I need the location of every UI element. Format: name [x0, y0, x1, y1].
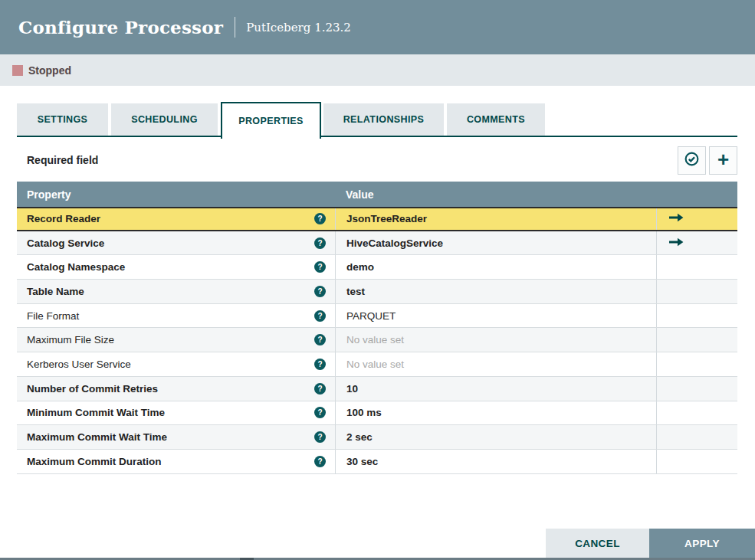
tab-relationships[interactable]: RELATIONSHIPS: [323, 103, 444, 136]
column-header-property: Property: [17, 188, 335, 201]
property-name: File Format: [27, 310, 314, 322]
required-field-label: Required field: [27, 154, 98, 166]
property-value: 100 ms: [346, 407, 382, 418]
property-name: Maximum File Size: [27, 334, 314, 345]
property-value: No value set: [346, 359, 404, 370]
table-row[interactable]: File Format ? PARQUET: [17, 304, 737, 329]
verify-properties-button[interactable]: [678, 146, 706, 175]
check-circle-icon: [684, 151, 700, 170]
table-row[interactable]: Catalog Service ? HiveCatalogService: [17, 231, 737, 256]
help-icon[interactable]: ?: [314, 359, 326, 370]
processor-type-version: PutIceberg 1.23.2: [246, 21, 351, 34]
stopped-status-icon: [12, 65, 23, 76]
property-name: Minimum Commit Wait Time: [27, 407, 314, 418]
help-icon[interactable]: ?: [314, 286, 326, 297]
column-header-value: Value: [335, 188, 656, 201]
property-value: test: [346, 286, 365, 297]
apply-button-label: APPLY: [684, 538, 720, 549]
dialog-title: Configure Processor: [18, 17, 223, 38]
property-name: Number of Commit Retries: [27, 383, 314, 395]
tab-underline: [17, 136, 737, 137]
tab-comments[interactable]: COMMENTS: [447, 103, 545, 136]
tab-relationships-label: RELATIONSHIPS: [343, 114, 425, 125]
tab-properties[interactable]: PROPERTIES: [221, 102, 321, 139]
property-value: JsonTreeReader: [346, 213, 427, 224]
property-value: 2 sec: [346, 431, 373, 443]
title-divider: [235, 17, 235, 38]
table-row[interactable]: Table Name ? test: [17, 280, 737, 304]
go-to-service-icon[interactable]: [668, 237, 684, 249]
table-header-row: Property Value: [17, 182, 737, 207]
apply-button[interactable]: APPLY: [649, 529, 755, 558]
property-name: Maximum Commit Duration: [27, 456, 314, 467]
table-row[interactable]: Catalog Namespace ? demo: [17, 255, 737, 280]
property-value: No value set: [346, 334, 404, 345]
property-value: 30 sec: [346, 456, 378, 467]
table-row[interactable]: Kerberos User Service ? No value set: [17, 352, 737, 377]
property-name: Catalog Namespace: [27, 261, 314, 273]
property-name: Record Reader: [27, 213, 314, 224]
help-icon[interactable]: ?: [314, 310, 326, 322]
property-name: Catalog Service: [27, 237, 314, 249]
help-icon[interactable]: ?: [314, 334, 326, 345]
property-value: HiveCatalogService: [346, 237, 443, 249]
tab-properties-label: PROPERTIES: [238, 116, 304, 126]
table-row[interactable]: Maximum File Size ? No value set: [17, 328, 737, 352]
property-name: Table Name: [27, 286, 314, 297]
help-icon[interactable]: ?: [314, 383, 326, 395]
tab-scheduling[interactable]: SCHEDULING: [111, 103, 218, 136]
table-row[interactable]: Maximum Commit Wait Time ? 2 sec: [17, 425, 737, 450]
tab-comments-label: COMMENTS: [467, 114, 525, 125]
property-value: demo: [346, 261, 374, 273]
add-property-button[interactable]: +: [709, 146, 737, 175]
status-bar: Stopped: [0, 54, 755, 86]
configure-processor-dialog: Configure Processor PutIceberg 1.23.2 St…: [0, 0, 755, 560]
help-icon[interactable]: ?: [314, 261, 326, 273]
help-icon[interactable]: ?: [314, 456, 326, 467]
help-icon[interactable]: ?: [314, 431, 326, 443]
table-row[interactable]: Record Reader ? JsonTreeReader: [17, 207, 737, 231]
tab-settings[interactable]: SETTINGS: [17, 103, 108, 136]
cancel-button-label: CANCEL: [575, 538, 620, 549]
status-label: Stopped: [28, 64, 71, 77]
help-icon[interactable]: ?: [314, 407, 326, 418]
help-icon[interactable]: ?: [314, 213, 326, 224]
table-row[interactable]: Minimum Commit Wait Time ? 100 ms: [17, 401, 737, 426]
property-name: Maximum Commit Wait Time: [27, 431, 314, 443]
cancel-button[interactable]: CANCEL: [546, 529, 649, 558]
go-to-service-icon[interactable]: [668, 213, 684, 224]
plus-icon: +: [717, 149, 729, 169]
table-row[interactable]: Maximum Commit Duration ? 30 sec: [17, 450, 737, 474]
help-icon[interactable]: ?: [314, 237, 326, 249]
property-value: PARQUET: [346, 310, 396, 322]
tab-scheduling-label: SCHEDULING: [131, 114, 198, 125]
dialog-header: Configure Processor PutIceberg 1.23.2: [0, 0, 755, 54]
property-value: 10: [346, 383, 358, 395]
tab-settings-label: SETTINGS: [38, 114, 88, 125]
table-row[interactable]: Number of Commit Retries ? 10: [17, 377, 737, 401]
properties-table: Property Value Record Reader ? JsonTreeR…: [17, 182, 737, 474]
property-name: Kerberos User Service: [27, 359, 314, 370]
